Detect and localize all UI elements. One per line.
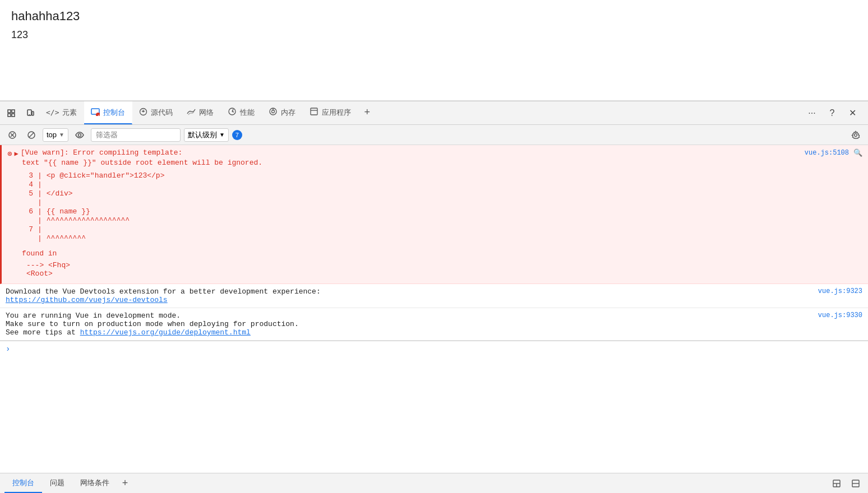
console-output[interactable]: ⊗ ▶ [Vue warn]: Error compiling template…: [0, 145, 868, 473]
ellipsis-icon: ···: [808, 108, 815, 118]
code-line-num: 7: [22, 225, 33, 234]
devtools-bottombar: 控制台 问题 网络条件 +: [0, 473, 868, 493]
clear-console-button[interactable]: [4, 127, 20, 143]
code-line-sep: |: [38, 171, 42, 180]
svg-rect-5: [32, 111, 34, 115]
block-button[interactable]: [24, 127, 39, 143]
level-selector[interactable]: 默认级别 ▼: [184, 128, 229, 142]
code-line-num: [22, 198, 33, 207]
console-input[interactable]: [15, 345, 862, 354]
console-msg2-text: You are running Vue in development mode.…: [6, 311, 299, 337]
code-line-3: 3 | <p @click="handler">123</p>: [22, 171, 862, 180]
level-selector-arrow: ▼: [219, 132, 225, 138]
add-panel-icon: +: [122, 477, 128, 489]
performance-icon: [228, 107, 237, 118]
error-description: text "{{ name }}" outside root element w…: [22, 159, 862, 167]
bottom-tab-issues-label: 问题: [50, 478, 64, 488]
error-body: text "{{ name }}" outside root element w…: [7, 159, 862, 278]
bottom-tab-console[interactable]: 控制台: [4, 473, 42, 493]
error-main-text: [Vue warn]: Error compiling template:: [21, 148, 183, 157]
code-line-content: {{ name }}: [47, 207, 90, 216]
filter-input[interactable]: [91, 128, 181, 142]
tab-sources[interactable]: 源代码: [132, 101, 180, 124]
code-line-sep: |: [38, 180, 42, 189]
tab-sources-label: 源代码: [151, 108, 173, 118]
code-line-7: 7 |: [22, 225, 862, 234]
svg-rect-1: [12, 110, 15, 113]
tab-performance[interactable]: 性能: [221, 101, 262, 124]
error-header-right: vue.js:5108 🔍: [805, 148, 862, 157]
code-line-num: 4: [22, 180, 33, 189]
frame-selector-arrow: ▼: [59, 132, 64, 138]
error-source-link[interactable]: vue.js:5108: [805, 149, 849, 157]
error-header-left: ⊗ ▶ [Vue warn]: Error compiling template…: [7, 148, 182, 159]
console-msg2-row: You are running Vue in development mode.…: [6, 311, 862, 337]
devtools-panel: </> 元素 ✕ 控制台: [0, 101, 868, 493]
tabbar-right: ··· ? ✕: [803, 104, 866, 122]
tab-memory-label: 内存: [281, 108, 296, 118]
help-button[interactable]: ?: [823, 104, 841, 122]
tab-memory[interactable]: 内存: [262, 101, 303, 124]
bottom-tab-network-label: 网络条件: [80, 478, 109, 488]
search-icon[interactable]: 🔍: [853, 148, 862, 157]
tab-elements[interactable]: </> 元素: [39, 101, 84, 124]
code-line-caret1: | ^^^^^^^^^^^^^^^^^^^: [22, 216, 862, 225]
code-caret-text: ^^^^^^^^^^^^^^^^^^^: [47, 216, 130, 225]
code-line-sep: |: [38, 225, 42, 234]
svg-rect-3: [12, 114, 15, 117]
frame-selector[interactable]: top ▼: [43, 128, 68, 142]
code-line-num: [22, 234, 33, 243]
svg-rect-18: [311, 108, 317, 115]
error-expand-icon[interactable]: ▶: [14, 150, 18, 158]
sources-icon: [139, 108, 147, 118]
svg-point-16: [272, 110, 275, 113]
settings-button[interactable]: [848, 127, 864, 143]
tab-application[interactable]: 应用程序: [303, 101, 358, 124]
code-line-num: 5: [22, 189, 33, 198]
code-line-caret2: | ^^^^^^^^^: [22, 234, 862, 243]
code-line-sep: |: [38, 207, 42, 216]
deployment-link[interactable]: https://vuejs.org/guide/deployment.html: [80, 328, 251, 337]
msg1-source-link[interactable]: vue.js:9323: [818, 287, 862, 295]
add-tab-button[interactable]: +: [358, 101, 376, 124]
inspect-element-button[interactable]: [2, 104, 20, 122]
memory-icon: [269, 107, 278, 118]
add-panel-button[interactable]: +: [117, 476, 133, 491]
bottom-tab-issues[interactable]: 问题: [42, 473, 72, 493]
vue-devtools-link[interactable]: https://github.com/vuejs/vue-devtools: [6, 296, 168, 304]
close-devtools-button[interactable]: ✕: [843, 104, 861, 122]
level-selector-value: 默认级别: [188, 130, 217, 140]
svg-rect-0: [8, 110, 11, 113]
network-icon: [187, 107, 196, 118]
add-tab-icon: +: [364, 106, 370, 118]
code-line-6: 6 | {{ name }}: [22, 207, 862, 216]
help-icon: ?: [830, 108, 835, 118]
tab-network[interactable]: 网络: [180, 101, 221, 124]
console-message-2: You are running Vue in development mode.…: [0, 308, 868, 341]
page-title: hahahha123: [11, 9, 857, 24]
bottombar-right: [829, 476, 864, 491]
close-icon: ✕: [849, 108, 856, 118]
eye-button[interactable]: [72, 127, 87, 143]
tab-network-label: 网络: [199, 108, 214, 118]
console-msg1-row: Download the Vue Devtools extension for …: [6, 287, 862, 304]
code-line-content: <p @click="handler">123</p>: [47, 171, 165, 180]
bottom-tab-network-conditions[interactable]: 网络条件: [72, 473, 117, 493]
application-icon: [310, 107, 318, 118]
code-line-num: 6: [22, 207, 33, 216]
error-found-text: found in: [22, 249, 862, 258]
tab-elements-label: 元素: [62, 108, 77, 118]
code-line-sep: |: [38, 198, 42, 207]
dock-button[interactable]: [829, 476, 844, 491]
svg-text:✕: ✕: [98, 114, 100, 117]
device-toggle-button[interactable]: [21, 104, 39, 122]
console-message-1: Download the Vue Devtools extension for …: [0, 284, 868, 308]
more-options-button[interactable]: ···: [803, 104, 821, 122]
undock-button[interactable]: [848, 476, 864, 491]
code-line-num: 3: [22, 171, 33, 180]
tab-performance-label: 性能: [240, 108, 255, 118]
tab-console[interactable]: ✕ 控制台: [84, 101, 132, 124]
elements-icon: </>: [46, 108, 59, 117]
tab-console-label: 控制台: [103, 108, 125, 118]
msg2-source-link[interactable]: vue.js:9330: [818, 311, 862, 319]
